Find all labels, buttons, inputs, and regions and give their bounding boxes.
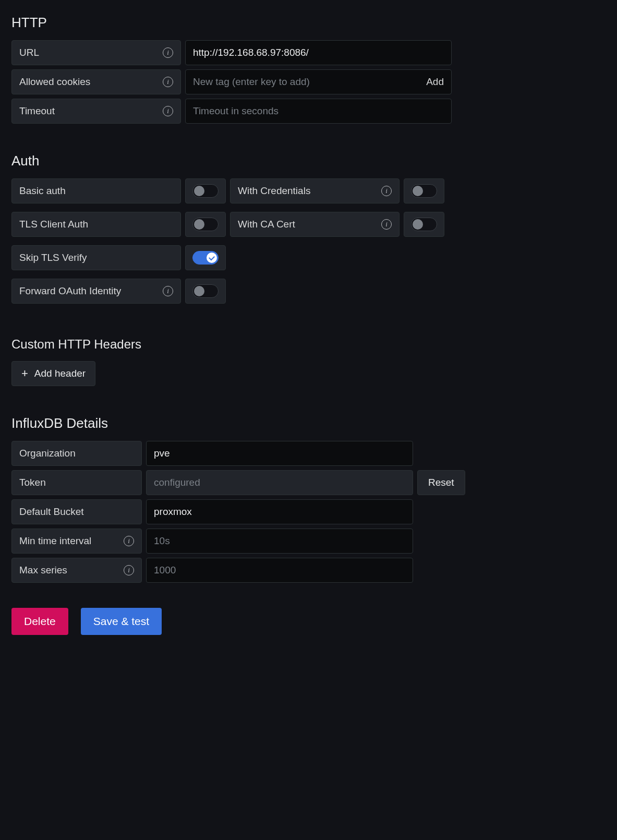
organization-label-box: Organization xyxy=(11,441,142,466)
tls-client-auth-toggle[interactable] xyxy=(192,218,219,231)
skip-tls-verify-label-box: Skip TLS Verify xyxy=(11,245,181,270)
skip-tls-verify-toggle[interactable] xyxy=(192,251,219,265)
auth-title: Auth xyxy=(11,153,606,169)
info-icon[interactable] xyxy=(124,536,134,546)
add-header-label: Add header xyxy=(34,368,86,379)
form-actions: Delete Save & test xyxy=(11,608,606,635)
basic-auth-toggle-box xyxy=(185,178,226,203)
forward-oauth-toggle[interactable] xyxy=(192,284,219,298)
with-credentials-label: With Credentials xyxy=(238,185,310,197)
token-label: Token xyxy=(19,477,46,488)
info-icon[interactable] xyxy=(163,106,173,116)
save-label: Save & test xyxy=(93,615,149,627)
info-icon[interactable] xyxy=(163,47,173,58)
with-credentials-label-box: With Credentials xyxy=(230,178,400,203)
skip-tls-verify-toggle-box xyxy=(185,245,226,270)
tls-client-auth-label: TLS Client Auth xyxy=(19,219,88,230)
organization-label: Organization xyxy=(19,448,76,459)
max-series-label-box: Max series xyxy=(11,558,142,583)
default-bucket-label-box: Default Bucket xyxy=(11,499,142,524)
plus-icon: + xyxy=(21,368,28,379)
with-ca-cert-label-box: With CA Cert xyxy=(230,212,400,237)
allowed-cookies-label-box: Allowed cookies xyxy=(11,69,181,94)
allowed-cookies-label: Allowed cookies xyxy=(19,76,90,88)
tls-client-auth-label-box: TLS Client Auth xyxy=(11,212,181,237)
default-bucket-label: Default Bucket xyxy=(19,506,84,518)
min-time-interval-input[interactable] xyxy=(146,529,413,554)
basic-auth-label-box: Basic auth xyxy=(11,178,181,203)
info-icon[interactable] xyxy=(381,186,392,196)
timeout-label-box: Timeout xyxy=(11,99,181,124)
forward-oauth-toggle-box xyxy=(185,279,226,304)
basic-auth-toggle[interactable] xyxy=(192,184,219,198)
skip-tls-verify-label: Skip TLS Verify xyxy=(19,252,87,263)
delete-button[interactable]: Delete xyxy=(11,608,68,635)
max-series-label: Max series xyxy=(19,565,67,576)
add-header-button[interactable]: + Add header xyxy=(11,361,95,386)
custom-headers-title: Custom HTTP Headers xyxy=(11,337,606,352)
allowed-cookies-input[interactable] xyxy=(193,76,421,88)
custom-headers-section: Custom HTTP Headers + Add header xyxy=(11,337,606,386)
max-series-input[interactable] xyxy=(146,558,413,583)
influxdb-title: InfluxDB Details xyxy=(11,415,606,431)
forward-oauth-label: Forward OAuth Identity xyxy=(19,285,121,297)
with-ca-cert-toggle-box xyxy=(404,212,444,237)
with-ca-cert-toggle[interactable] xyxy=(411,218,437,231)
forward-oauth-label-box: Forward OAuth Identity xyxy=(11,279,181,304)
delete-label: Delete xyxy=(24,615,56,627)
token-label-box: Token xyxy=(11,470,142,495)
http-section: HTTP URL Allowed cookies Add Timeout xyxy=(11,15,606,124)
info-icon[interactable] xyxy=(163,77,173,87)
url-input[interactable] xyxy=(185,40,452,65)
min-time-interval-label-box: Min time interval xyxy=(11,529,142,554)
default-bucket-input[interactable] xyxy=(146,499,413,524)
timeout-input[interactable] xyxy=(185,99,452,124)
reset-label: Reset xyxy=(428,477,454,488)
min-time-interval-label: Min time interval xyxy=(19,535,91,547)
allowed-cookies-field[interactable]: Add xyxy=(185,69,452,94)
save-and-test-button[interactable]: Save & test xyxy=(81,608,162,635)
with-credentials-toggle[interactable] xyxy=(411,184,437,198)
http-title: HTTP xyxy=(11,15,606,31)
info-icon[interactable] xyxy=(381,219,392,230)
tls-client-auth-toggle-box xyxy=(185,212,226,237)
with-credentials-toggle-box xyxy=(404,178,444,203)
reset-token-button[interactable]: Reset xyxy=(417,470,465,495)
basic-auth-label: Basic auth xyxy=(19,185,66,197)
timeout-label: Timeout xyxy=(19,105,55,117)
url-label: URL xyxy=(19,47,39,58)
organization-input[interactable] xyxy=(146,441,413,466)
with-ca-cert-label: With CA Cert xyxy=(238,219,295,230)
url-label-box: URL xyxy=(11,40,181,65)
info-icon[interactable] xyxy=(163,286,173,296)
add-tag-button[interactable]: Add xyxy=(421,76,444,88)
influxdb-details-section: InfluxDB Details Organization Token Rese… xyxy=(11,415,606,583)
token-input[interactable] xyxy=(146,470,413,495)
auth-section: Auth Basic auth TLS Client Auth xyxy=(11,153,606,308)
info-icon[interactable] xyxy=(124,565,134,575)
